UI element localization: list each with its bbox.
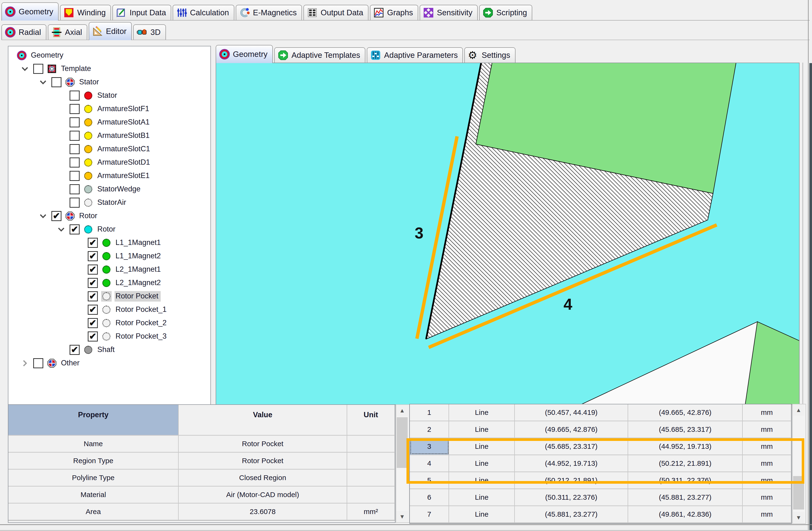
segment-unit-cell[interactable]: mm <box>743 506 792 522</box>
tree-checkbox[interactable]: ✔ <box>88 251 98 261</box>
property-property-cell[interactable]: Name <box>9 436 179 452</box>
tab-geometry[interactable]: Geometry <box>216 45 273 63</box>
segment-row-5[interactable]: 5Line(50.212, 21.891)(50.311, 22.376)mm <box>410 472 792 489</box>
segment-n-cell[interactable]: 4 <box>410 455 449 472</box>
tree-item-l2-1magnet2-17[interactable]: ✔L2_1Magnet2 <box>9 276 211 290</box>
segment-row-6[interactable]: 6Line(50.311, 22.376)(45.881, 23.277)mm <box>410 489 792 506</box>
tree-checkbox[interactable] <box>70 91 79 101</box>
tree-item-label[interactable]: Rotor Pocket <box>115 291 161 301</box>
tree-checkbox[interactable] <box>52 77 61 87</box>
tree-item-rotor-pocket-1-19[interactable]: ✔Rotor Pocket_1 <box>9 303 211 316</box>
tree-checkbox[interactable]: ✔ <box>88 278 98 288</box>
tab-calculation[interactable]: Calculation <box>173 5 234 20</box>
tree-item-shaft-22[interactable]: ✔Shaft <box>9 343 211 356</box>
property-property-cell[interactable]: Material <box>9 487 179 503</box>
property-unit-cell[interactable]: mm² <box>347 503 395 520</box>
segment-p1-cell[interactable]: (50.311, 22.376) <box>515 489 628 505</box>
property-property-cell[interactable]: Region Type <box>9 453 179 469</box>
tree-item-stator-3[interactable]: Stator <box>9 89 211 102</box>
scroll-thumb[interactable] <box>793 476 804 510</box>
tab-output-data[interactable]: Output Data <box>303 5 368 20</box>
tree-item-label[interactable]: ArmatureSlotE1 <box>96 171 152 181</box>
tree-item-label[interactable]: L2_1Magnet1 <box>115 264 163 275</box>
segment-p1-cell[interactable]: (50.457, 44.419) <box>515 404 628 421</box>
tab-graphs[interactable]: Graphs <box>370 5 418 20</box>
property-value-cell[interactable]: 23.6078 <box>179 503 347 520</box>
tree-checkbox[interactable]: ✔ <box>88 305 98 315</box>
tree-item-label[interactable]: Rotor <box>96 224 118 235</box>
tree-item-armatureslotd1-8[interactable]: ArmatureSlotD1 <box>9 156 211 169</box>
tree-item-label[interactable]: StatorAir <box>96 197 129 208</box>
tree-item-armatureslote1-9[interactable]: ArmatureSlotE1 <box>9 169 211 182</box>
tree-item-label[interactable]: Rotor <box>78 211 100 221</box>
tree-checkbox[interactable] <box>70 184 79 194</box>
tree-checkbox[interactable]: ✔ <box>88 265 98 275</box>
segment-type-cell[interactable]: Line <box>449 421 515 438</box>
segment-unit-cell[interactable]: mm <box>743 421 792 438</box>
segment-p2-cell[interactable]: (49.861, 42.836) <box>628 506 743 522</box>
tree-item-rotor-12[interactable]: ✔Rotor <box>9 209 211 223</box>
tree-checkbox[interactable] <box>70 104 79 114</box>
tree-checkbox[interactable]: ✔ <box>52 211 61 221</box>
tab-axial[interactable]: Axial <box>48 24 88 40</box>
tree-item-armatureslotb1-6[interactable]: ArmatureSlotB1 <box>9 129 211 143</box>
segment-p2-cell[interactable]: (44.952, 19.713) <box>628 438 743 455</box>
tab-e-magnetics[interactable]: E-Magnetics <box>236 5 302 20</box>
segment-unit-cell[interactable]: mm <box>743 455 792 472</box>
chevron-down-icon[interactable] <box>39 77 52 87</box>
segment-p1-cell[interactable]: (49.665, 42.876) <box>515 421 628 438</box>
tree-checkbox[interactable] <box>70 171 79 181</box>
property-unit-cell[interactable] <box>347 487 395 503</box>
segment-row-1[interactable]: 1Line(50.457, 44.419)(49.665, 42.876)mm <box>410 404 792 421</box>
tree-item-rotor-pocket-3-21[interactable]: ✔Rotor Pocket_3 <box>9 330 211 343</box>
tree-item-label[interactable]: ArmatureSlotC1 <box>96 144 153 154</box>
segment-p1-cell[interactable]: (44.952, 19.713) <box>515 455 628 472</box>
tab-editor[interactable]: Editor <box>89 22 132 40</box>
tree-checkbox[interactable] <box>70 158 79 167</box>
tree-item-armatureslotc1-7[interactable]: ArmatureSlotC1 <box>9 143 211 156</box>
tree-item-label[interactable]: ArmatureSlotF1 <box>96 104 151 114</box>
property-value-cell[interactable]: Air (Motor-CAD model) <box>179 487 347 503</box>
scroll-down-button[interactable]: ▼ <box>793 512 804 523</box>
property-value-cell[interactable]: Closed Region <box>179 470 347 486</box>
tree-item-label[interactable]: L1_1Magnet1 <box>115 238 163 248</box>
tab-winding[interactable]: Winding <box>60 5 111 20</box>
property-unit-cell[interactable] <box>347 436 395 452</box>
segment-unit-cell[interactable]: mm <box>743 489 792 505</box>
scroll-down-button[interactable]: ▼ <box>396 511 408 522</box>
segment-unit-cell[interactable]: mm <box>743 404 792 421</box>
tree-item-armatureslota1-5[interactable]: ArmatureSlotA1 <box>9 116 211 129</box>
tab-settings[interactable]: ⚙Settings <box>464 47 515 63</box>
segment-p2-cell[interactable]: (45.685, 23.317) <box>628 421 743 438</box>
tree-item-geometry-0[interactable]: Geometry <box>9 49 211 62</box>
tree-checkbox[interactable] <box>70 117 79 127</box>
property-unit-cell[interactable] <box>347 453 395 469</box>
tree-checkbox[interactable]: ✔ <box>70 224 79 234</box>
tab-scripting[interactable]: Scripting <box>479 5 532 20</box>
tree-item-label[interactable]: Rotor Pocket_2 <box>115 318 169 328</box>
tab-sensitivity[interactable]: Sensitivity <box>420 5 478 20</box>
property-table-scrollbar[interactable]: ▲▼ <box>396 404 410 523</box>
tree-item-l2-1magnet1-16[interactable]: ✔L2_1Magnet1 <box>9 263 211 276</box>
segment-n-cell[interactable]: 3 <box>410 438 449 455</box>
segment-unit-cell[interactable]: mm <box>743 472 792 488</box>
segment-n-cell[interactable]: 6 <box>410 489 449 505</box>
tree-item-rotor-pocket-18[interactable]: ✔Rotor Pocket <box>9 290 211 303</box>
segment-p2-cell[interactable]: (50.212, 21.891) <box>628 455 743 472</box>
tab-geometry[interactable]: Geometry <box>1 2 59 20</box>
segment-row-4[interactable]: 4Line(44.952, 19.713)(50.212, 21.891)mm <box>410 455 792 472</box>
property-value-cell[interactable]: Rotor Pocket <box>179 453 347 469</box>
segment-p1-cell[interactable]: (50.212, 21.891) <box>515 472 628 488</box>
geometry-canvas[interactable]: 34 <box>216 63 800 405</box>
segment-p2-cell[interactable]: (50.311, 22.376) <box>628 472 743 488</box>
tree-item-label[interactable]: Rotor Pocket_1 <box>115 305 169 315</box>
segment-n-cell[interactable]: 1 <box>410 404 449 421</box>
tree-item-label[interactable]: ArmatureSlotA1 <box>96 117 152 128</box>
tab-3d[interactable]: 3D <box>133 24 166 40</box>
segment-type-cell[interactable]: Line <box>449 489 515 505</box>
tree-checkbox[interactable]: ✔ <box>88 291 98 301</box>
tree-item-label[interactable]: Other <box>60 358 82 369</box>
chevron-down-icon[interactable] <box>39 211 52 221</box>
chevron-right-icon[interactable] <box>21 358 33 368</box>
tree-checkbox[interactable]: ✔ <box>88 331 98 341</box>
